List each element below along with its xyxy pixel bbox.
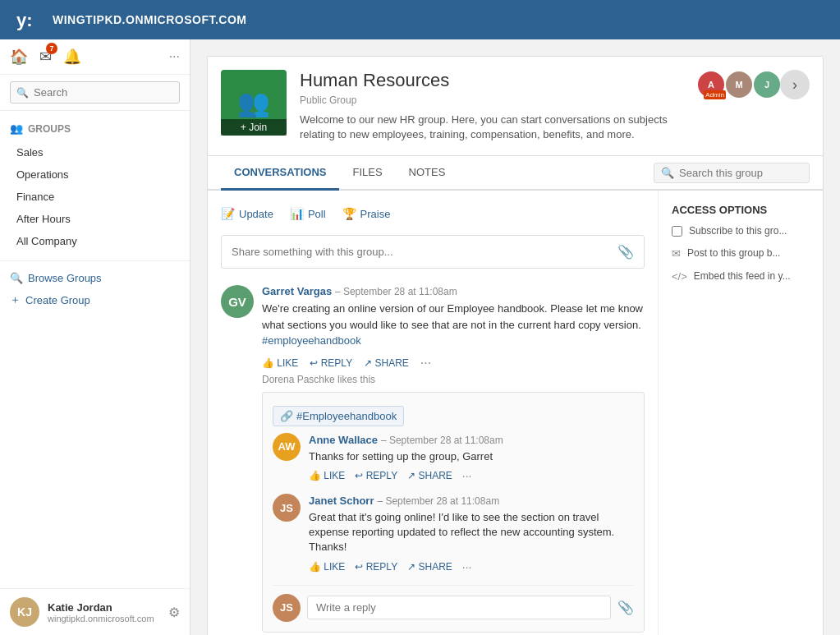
praise-icon: 🏆 (342, 207, 356, 220)
reply-item: AW Anne Wallace – September 28 at 11:08a… (273, 433, 634, 482)
post-item: GV Garret Vargas – September 28 at 11:08… (221, 285, 645, 632)
tab-notes[interactable]: NOTES (396, 156, 459, 191)
group-header: 👥 + Join Human Resources Public Group We… (208, 57, 823, 156)
browse-groups-icon: 🔍 (10, 272, 23, 284)
tab-files[interactable]: FILES (339, 156, 395, 191)
more-reactions-icon[interactable]: ··· (420, 356, 431, 370)
group-info: Human Resources Public Group Welcome to … (300, 70, 696, 142)
group-members: A Admin M J › (696, 70, 810, 99)
tab-conversations[interactable]: CONVERSATIONS (221, 156, 339, 191)
member-avatar: M (724, 70, 754, 99)
yammer-logo: y: (10, 5, 39, 35)
mail-icon[interactable]: ✉ 7 (39, 48, 52, 66)
reply-share-button[interactable]: ↗ SHARE (407, 561, 452, 573)
reply-like-button[interactable]: 👍 LIKE (309, 470, 345, 481)
poll-action[interactable]: 📊 Poll (290, 204, 326, 223)
reply-avatar: JS (273, 494, 301, 522)
hashtag-tag-icon: 🔗 (280, 410, 293, 422)
reply-author-name[interactable]: Janet Schorr (309, 495, 374, 507)
svg-text:y:: y: (16, 10, 33, 30)
reply-reply-button[interactable]: ↩ REPLY (355, 470, 397, 481)
group-search-input[interactable] (679, 167, 802, 179)
reply-share-button[interactable]: ↗ SHARE (407, 470, 452, 481)
replies-section: 🔗 #Employeehandbook AW Anne Wallace (262, 392, 645, 633)
create-group-link[interactable]: ＋ Create Group (10, 288, 180, 311)
post-author-avatar: GV (221, 285, 254, 318)
embed-icon: </> (672, 269, 687, 284)
poll-icon: 📊 (290, 207, 304, 220)
group-type: Public Group (300, 94, 696, 106)
write-reply-attach-icon[interactable]: 📎 (617, 600, 634, 615)
share-button[interactable]: ↗ SHARE (364, 357, 409, 369)
reply-more-icon[interactable]: ··· (462, 560, 472, 573)
search-input[interactable] (10, 81, 180, 104)
group-tabs: CONVERSATIONS FILES NOTES 🔍 (208, 156, 823, 191)
reply-text: Thanks for setting up the group, Garret (309, 449, 634, 464)
reply-avatar: AW (273, 433, 301, 461)
member-avatar-admin: A Admin (696, 70, 726, 99)
settings-gear-icon[interactable]: ⚙ (168, 605, 180, 620)
sidebar-item-finance[interactable]: Finance (0, 186, 190, 208)
feed-area: 📝 Update 📊 Poll 🏆 Praise (208, 191, 659, 635)
reply-body: Janet Schorr – September 28 at 11:08am G… (309, 494, 634, 573)
member-avatar: J (752, 70, 782, 99)
reply-body: Anne Wallace – September 28 at 11:08am T… (309, 433, 634, 482)
attach-icon[interactable]: 📎 (617, 244, 634, 260)
access-options-title: ACCESS OPTIONS (672, 204, 810, 216)
praise-action[interactable]: 🏆 Praise (342, 204, 391, 223)
more-members-icon[interactable]: › (780, 70, 810, 99)
share-input[interactable] (232, 246, 609, 258)
group-body: 📝 Update 📊 Poll 🏆 Praise (208, 191, 823, 635)
more-icon[interactable]: ··· (169, 49, 180, 64)
like-button[interactable]: 👍 LIKE (262, 357, 298, 369)
reply-more-icon[interactable]: ··· (462, 469, 472, 482)
write-reply-area: JS 📎 (273, 585, 634, 622)
group-search: 🔍 (654, 163, 810, 183)
reply-author-name[interactable]: Anne Wallace (309, 434, 378, 446)
sidebar-item-sales[interactable]: Sales (0, 141, 190, 163)
reply-meta: Anne Wallace – September 28 at 11:08am (309, 433, 634, 446)
content-area: 👥 + Join Human Resources Public Group We… (190, 39, 840, 635)
search-area: 🔍 (0, 75, 190, 111)
browse-groups-link[interactable]: 🔍 Browse Groups (10, 268, 180, 288)
user-avatar: KJ (10, 597, 39, 627)
user-domain: wingtipkd.onmicrosoft.com (48, 614, 160, 623)
sidebar-item-all-company[interactable]: All Company (0, 230, 190, 252)
post-hashtag[interactable]: #employeehandbook (262, 334, 361, 347)
groups-icon: 👥 (10, 122, 23, 135)
reply-item: JS Janet Schorr – September 28 at 11:08a… (273, 494, 634, 573)
domain-label: WINGTIPKD.ONMICROSOFT.COM (53, 13, 247, 26)
access-option-subscribe: Subscribe to this gro... (672, 224, 810, 238)
join-button[interactable]: + Join (221, 119, 287, 136)
group-logo-icon: 👥 (237, 87, 270, 118)
group-description: Welcome to our new HR group. Here, you c… (300, 113, 696, 142)
user-name: Katie Jordan (48, 601, 160, 614)
subscribe-checkbox[interactable] (672, 226, 682, 237)
embed-label: Embed this feed in y... (694, 269, 791, 283)
reply-like-button[interactable]: 👍 LIKE (309, 561, 345, 573)
write-reply-input[interactable] (307, 596, 611, 619)
create-group-icon: ＋ (10, 292, 21, 307)
hashtag-tag[interactable]: 🔗 #Employeehandbook (273, 406, 404, 426)
reply-reply-button[interactable]: ↩ REPLY (355, 561, 397, 573)
access-option-post: ✉ Post to this group b... (672, 246, 810, 261)
sidebar-actions: 🔍 Browse Groups ＋ Create Group (0, 260, 190, 318)
topbar: y: WINGTIPKD.ONMICROSOFT.COM (0, 0, 840, 39)
sidebar-footer: KJ Katie Jordan wingtipkd.onmicrosoft.co… (0, 588, 190, 635)
update-action[interactable]: 📝 Update (221, 204, 273, 223)
post-author-name[interactable]: Garret Vargas (262, 285, 332, 297)
sidebar-icon-bar: 🏠 ✉ 7 🔔 ··· (0, 39, 190, 75)
user-info: Katie Jordan wingtipkd.onmicrosoft.com (48, 601, 160, 623)
post-body: Garret Vargas – September 28 at 11:08am … (262, 285, 645, 632)
home-icon[interactable]: 🏠 (10, 48, 28, 66)
bell-icon[interactable]: 🔔 (63, 48, 81, 66)
reply-time: – September 28 at 11:08am (377, 495, 499, 507)
groups-label: 👥 GROUPS (0, 119, 190, 141)
access-option-embed: </> Embed this feed in y... (672, 269, 810, 284)
sidebar-item-operations[interactable]: Operations (0, 163, 190, 186)
update-icon: 📝 (221, 207, 235, 220)
reply-button[interactable]: ↩ REPLY (310, 357, 352, 369)
post-time: – September 28 at 11:08am (335, 286, 457, 297)
tab-search-icon: 🔍 (661, 167, 674, 179)
sidebar-item-after-hours[interactable]: After Hours (0, 208, 190, 230)
